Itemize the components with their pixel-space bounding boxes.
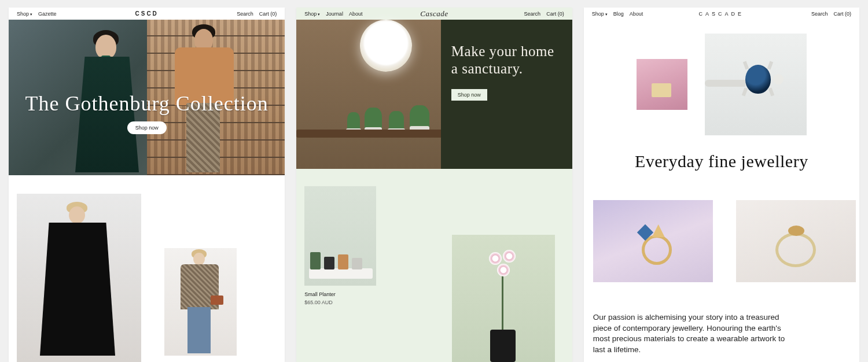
chevron-down-icon: ▾ <box>605 12 608 16</box>
product-name: Small Planter <box>304 291 376 297</box>
product-grid <box>9 175 285 362</box>
product-image <box>17 194 141 362</box>
hero: Make your home a sanctuary. Shop now <box>296 20 572 169</box>
product-image <box>304 186 376 286</box>
header: Shop▾ Journal About Cascade Search Cart … <box>296 8 572 20</box>
product-card[interactable] <box>164 194 237 362</box>
product-section: Small Planter $65.00 AUD <box>296 169 572 305</box>
product-image-orchid[interactable] <box>452 235 555 362</box>
product-row <box>584 171 859 282</box>
chevron-down-icon: ▾ <box>318 12 320 16</box>
product-image <box>164 248 237 356</box>
nav-about[interactable]: About <box>630 11 643 17</box>
body-text: Our passion is alchemising your story in… <box>584 282 859 356</box>
hero-title: Make your home a sanctuary. <box>451 43 562 77</box>
hero-images <box>584 20 859 135</box>
nav-cart[interactable]: Cart (0) <box>259 11 277 17</box>
hero: The Gothenburg Collection Shop now <box>9 20 285 175</box>
product-image[interactable] <box>736 200 856 282</box>
nav-search[interactable]: Search <box>524 11 541 17</box>
site-logo[interactable]: CSCD <box>135 10 158 17</box>
nav-search[interactable]: Search <box>237 11 253 17</box>
product-card[interactable]: Small Planter $65.00 AUD <box>304 186 376 305</box>
hero-image <box>296 20 441 169</box>
chevron-down-icon: ▾ <box>30 12 32 16</box>
hero-text-panel: Make your home a sanctuary. Shop now <box>441 20 572 169</box>
hero-title: The Gothenburg Collection <box>9 91 285 116</box>
product-price: $65.00 AUD <box>304 300 376 305</box>
preview-panel-home: Shop▾ Journal About Cascade Search Cart … <box>296 8 572 362</box>
shop-now-button[interactable]: Shop now <box>127 121 167 134</box>
hero-title: Everyday fine jewellery <box>584 152 859 171</box>
product-image[interactable] <box>593 200 713 282</box>
header: Shop▾ Blog About CASCADE Search Cart (0) <box>584 8 859 20</box>
header: Shop▾ Gazette CSCD Search Cart (0) <box>9 8 285 20</box>
nav-journal[interactable]: Journal <box>326 11 343 17</box>
nav-gazette[interactable]: Gazette <box>38 11 57 17</box>
site-logo[interactable]: CASCADE <box>699 11 745 17</box>
hero-image-small[interactable] <box>637 59 687 110</box>
product-card[interactable] <box>17 194 141 362</box>
preview-panel-fashion: Shop▾ Gazette CSCD Search Cart (0) The G… <box>9 8 285 362</box>
nav-shop[interactable]: Shop▾ <box>592 11 608 17</box>
lamp-icon <box>360 20 412 72</box>
preview-panel-jewellery: Shop▾ Blog About CASCADE Search Cart (0)… <box>584 8 859 362</box>
shop-now-button[interactable]: Shop now <box>451 89 487 101</box>
nav-cart[interactable]: Cart (0) <box>546 11 564 17</box>
nav-about[interactable]: About <box>349 11 363 17</box>
nav-cart[interactable]: Cart (0) <box>833 11 851 17</box>
nav-search[interactable]: Search <box>811 11 828 17</box>
hero-image-large[interactable] <box>705 34 807 135</box>
nav-shop[interactable]: Shop▾ <box>304 11 320 17</box>
nav-shop[interactable]: Shop▾ <box>17 11 32 17</box>
site-logo[interactable]: Cascade <box>420 9 448 19</box>
nav-blog[interactable]: Blog <box>613 11 624 17</box>
